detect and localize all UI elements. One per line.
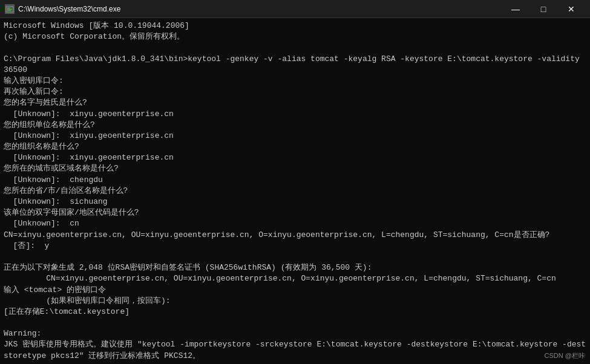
title-bar: C:\Windows\System32\cmd.exe — □ ✕	[0, 0, 590, 18]
close-button[interactable]: ✕	[557, 0, 585, 18]
svg-rect-2	[7, 9, 12, 10]
maximize-button[interactable]: □	[529, 0, 557, 18]
cmd-window: C:\Windows\System32\cmd.exe — □ ✕ Micros…	[0, 0, 590, 364]
window-controls: — □ ✕	[502, 0, 585, 18]
svg-rect-3	[7, 10, 11, 11]
window-title: C:\Windows\System32\cmd.exe	[18, 5, 502, 13]
window-icon	[5, 4, 15, 14]
console-output[interactable]: Microsoft Windows [版本 10.0.19044.2006] (…	[0, 18, 590, 364]
svg-rect-1	[7, 8, 10, 8]
minimize-button[interactable]: —	[502, 0, 529, 18]
watermark-text: CSDN @栏咔	[545, 351, 585, 360]
